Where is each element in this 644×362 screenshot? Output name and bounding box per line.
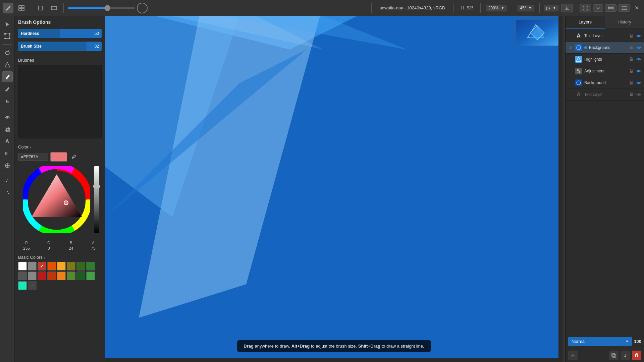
layer-item-text-layer-1[interactable]: A Text Layer — [566, 30, 644, 42]
canvas-scrollbar-vertical[interactable] — [558, 16, 562, 362]
layer-expand-icon-2[interactable] — [568, 45, 573, 50]
layer-visibility-icon-5[interactable] — [636, 80, 641, 85]
color-hex-input[interactable] — [18, 153, 48, 161]
basic-color-olive[interactable] — [67, 262, 75, 270]
basic-color-medgreen[interactable] — [86, 272, 95, 280]
svg-point-59 — [577, 69, 579, 71]
svg-point-55 — [638, 59, 639, 60]
color-header[interactable]: Color › — [18, 144, 102, 149]
color-wheel[interactable] — [23, 166, 90, 233]
hardness-value: 50 — [95, 31, 99, 36]
layer-item-highlights[interactable]: Highlights — [566, 54, 644, 65]
basic-color-darkgray[interactable] — [18, 272, 27, 280]
canvas-hint: Drag anywhere to draw. Alt+Drag to adjus… — [237, 340, 431, 352]
svg-rect-54 — [630, 59, 633, 61]
tab-history[interactable]: History — [605, 16, 644, 28]
heal-tool-btn[interactable] — [2, 112, 13, 123]
hint-drag: Drag — [244, 344, 254, 349]
layer-visibility-icon-6[interactable] — [636, 92, 641, 97]
basic-color-red[interactable] — [38, 262, 46, 270]
lasso-tool-btn[interactable] — [2, 47, 13, 58]
add-layer-btn[interactable]: + — [568, 351, 578, 360]
brush-size-slider[interactable]: Brush Size 82 — [18, 42, 102, 51]
svg-rect-1 — [19, 5, 21, 8]
topbar-sep6 — [512, 3, 512, 13]
unit-dropdown[interactable]: px ▼ — [544, 5, 558, 11]
select-tool-btn[interactable] — [2, 19, 13, 29]
right-tabs: Layers History — [566, 16, 644, 29]
svg-point-22 — [7, 117, 8, 118]
canvas-area[interactable]: Drag anywhere to draw. Alt+Drag to adjus… — [105, 16, 562, 362]
brush-tool-btn[interactable] — [3, 3, 13, 13]
b-value: 24 — [63, 246, 79, 251]
layer-item-text-layer-2[interactable]: A Text Layer — [566, 89, 644, 101]
brightness-thumb[interactable] — [93, 185, 100, 188]
blend-mode-select[interactable]: Normal ▼ — [568, 337, 632, 346]
layer-lock-icon-6 — [629, 92, 634, 97]
canvas-geometry — [105, 16, 562, 362]
basic-color-brown[interactable] — [47, 272, 56, 280]
basic-color-medgray[interactable] — [28, 272, 37, 280]
undo-btn[interactable] — [2, 177, 13, 187]
tool2-btn[interactable] — [16, 3, 27, 13]
transform2-tool-btn[interactable] — [2, 160, 13, 171]
fill-tool-btn[interactable] — [2, 96, 13, 106]
shape-tool-btn[interactable] — [2, 59, 13, 70]
aspect-btn[interactable] — [49, 3, 59, 13]
basic-color-white[interactable] — [18, 262, 27, 270]
brush-size-label: Brush Size — [21, 44, 42, 49]
basic-color-forestgreen[interactable] — [76, 272, 85, 280]
canvas-scrollbar-horizontal[interactable] — [105, 358, 558, 362]
layer-item-background-2[interactable]: Background — [566, 77, 644, 89]
layer-item-background-1[interactable]: Background — [566, 42, 644, 54]
svg-point-19 — [5, 51, 9, 55]
eyedropper-btn[interactable] — [69, 152, 78, 162]
redo-btn[interactable] — [2, 189, 13, 199]
basic-color-green[interactable] — [86, 262, 95, 270]
zoom-dropdown[interactable]: 200% ▼ — [486, 5, 507, 11]
basic-color-darkgreen[interactable] — [76, 262, 85, 270]
layer-visibility-icon-2[interactable] — [636, 45, 641, 50]
layer-item-adjustment[interactable]: Adjustment — [566, 65, 644, 77]
hardness-slider[interactable]: Hardness 50 — [18, 29, 102, 38]
clone-tool-btn[interactable] — [2, 124, 13, 135]
basic-color-lightgreen[interactable] — [67, 272, 75, 280]
color-swatch[interactable] — [50, 152, 67, 162]
hardness-slider-row: Hardness 50 — [18, 29, 102, 38]
layers-actions: + — [566, 349, 644, 362]
chevron-btn[interactable] — [593, 4, 603, 12]
tab-layers[interactable]: Layers — [566, 16, 605, 28]
crop-btn[interactable] — [35, 3, 46, 13]
brush-size-topbar-slider[interactable] — [68, 7, 135, 9]
fullscreen-btn[interactable] — [580, 4, 591, 12]
transform-tool-btn[interactable] — [2, 31, 13, 42]
text-tool-btn[interactable]: A — [2, 136, 13, 147]
basic-color-yellow[interactable] — [57, 262, 66, 270]
delete-layer-btn[interactable] — [632, 351, 641, 360]
brush-paint-btn[interactable] — [2, 71, 13, 82]
brushes-area[interactable] — [18, 65, 102, 138]
layer-visibility-icon-4[interactable] — [636, 68, 641, 74]
layer-visibility-icon-3[interactable] — [636, 57, 641, 62]
layer-visibility-icon-1[interactable] — [636, 33, 641, 39]
move-down-layer-btn[interactable] — [621, 351, 630, 360]
download-btn[interactable] — [561, 4, 573, 12]
basic-color-darkred[interactable] — [38, 272, 46, 280]
panel-vertical-scrollbar[interactable] — [562, 16, 565, 362]
duplicate-layer-btn[interactable] — [609, 351, 619, 360]
color-expand-icon: › — [30, 145, 31, 149]
pen-tool-btn[interactable] — [2, 83, 13, 94]
brightness-slider[interactable] — [94, 166, 99, 233]
gradient-tool-btn[interactable] — [2, 148, 13, 159]
basic-color-amber[interactable] — [57, 272, 66, 280]
menu-btn[interactable] — [619, 4, 630, 12]
angle-dropdown[interactable]: 45° ▼ — [518, 5, 534, 11]
basic-color-gray[interactable] — [28, 262, 37, 270]
basic-colors-header[interactable]: Basic Colors › — [18, 255, 102, 260]
basic-colors-more-btn[interactable]: ··· — [28, 281, 37, 290]
close-btn[interactable]: ✕ — [632, 3, 641, 13]
layout-btn[interactable] — [605, 4, 616, 12]
basic-color-teal[interactable] — [18, 281, 27, 290]
more-tools-btn[interactable]: ··· — [2, 349, 13, 359]
basic-color-orange[interactable] — [47, 262, 56, 270]
